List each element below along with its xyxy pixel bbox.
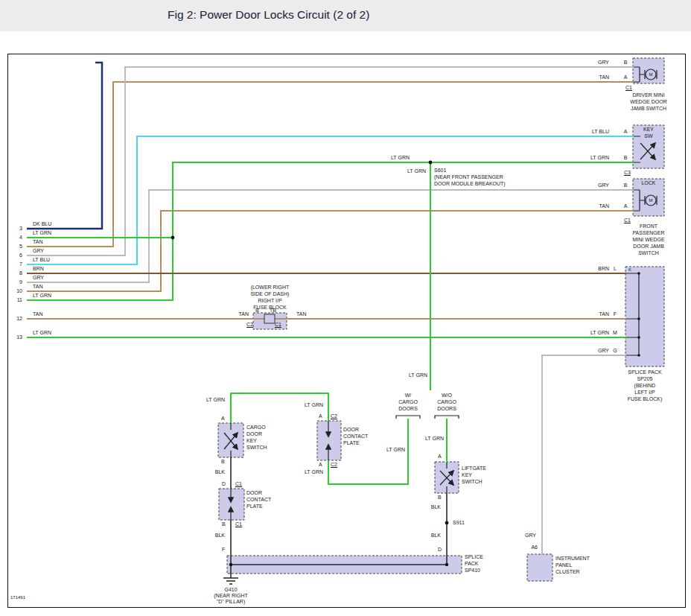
wire-label: LT GRN	[375, 447, 405, 452]
wire-label: LT GRN	[579, 155, 609, 160]
door-contact-plate-lower-box	[219, 489, 244, 520]
pin-label: B	[222, 521, 226, 527]
s601-splice-dot	[429, 161, 433, 165]
wire-number: 3	[7, 226, 22, 231]
component-caption: SP205	[622, 376, 667, 381]
splice-name: S601	[434, 168, 446, 173]
component-caption: WEDGE DOOR	[625, 99, 672, 104]
wire-label: BRN	[33, 266, 44, 271]
pin-label: A	[319, 462, 322, 467]
sp205-junction-dot	[637, 272, 640, 275]
sp205-junction-dot	[637, 354, 640, 357]
splice-pack-sp205-box	[625, 267, 664, 366]
wire-label: BLK	[210, 533, 225, 538]
ground-caption: G410	[208, 587, 253, 592]
pin-label: L	[611, 266, 620, 271]
component-caption: RIGHT I/P	[238, 298, 302, 303]
wire-label: BRN	[579, 266, 609, 271]
pin-label: A	[319, 413, 322, 419]
motor-m-label: M	[647, 198, 655, 203]
wire-number: 4	[7, 235, 22, 240]
wire-label: LT BLU	[579, 129, 609, 134]
option-label: DOORS	[432, 406, 462, 411]
option-label: W/	[393, 393, 423, 398]
pin-label: A	[621, 129, 630, 134]
wire-label: LT GRN	[295, 469, 323, 474]
pin-label: A	[438, 454, 442, 459]
connector-label: C1	[275, 322, 281, 327]
component-caption: PASSENGER	[625, 230, 672, 235]
wire-label: GRY	[579, 182, 609, 188]
wiring-canvas	[0, 0, 691, 616]
component-caption: PLATE	[343, 440, 360, 445]
wire-gry-cluster	[542, 355, 626, 555]
pin-label: A	[621, 74, 630, 80]
wire-label: BLK	[210, 469, 225, 474]
wire-label: TAN	[33, 239, 42, 244]
component-caption: FRONT	[625, 223, 672, 229]
component-caption: SIDE OF DASH)	[238, 291, 302, 296]
component-caption: DOOR JAMB	[625, 244, 672, 249]
wire-label: GRY	[33, 275, 44, 280]
component-caption: SWITCH	[462, 479, 483, 484]
door-contact-plate-upper-box	[317, 421, 341, 460]
component-caption: KEY	[462, 472, 472, 477]
connector-label: C3	[624, 170, 631, 175]
splice-name: S911	[453, 520, 465, 525]
lt-grn-tee-dot	[171, 236, 175, 240]
wire-number: 8	[7, 270, 22, 276]
pin-label: A6	[521, 544, 538, 550]
component-name: SW	[633, 133, 664, 139]
component-caption: PLATE	[246, 504, 263, 509]
wire-label: DK BLU	[33, 221, 51, 226]
component-caption: CONTACT	[246, 497, 271, 502]
fuse-block-breaker-icon	[264, 314, 275, 323]
wire-label: TAN	[579, 203, 609, 209]
pin-label: B	[621, 155, 630, 160]
pin-label: D	[222, 481, 226, 486]
wire-label: BLK	[426, 504, 441, 509]
connector-label: C1	[625, 85, 632, 90]
pin-label: B	[621, 60, 630, 65]
splice-location: DOOR MODULE BREAKOUT)	[434, 181, 506, 186]
pin-label: D	[438, 547, 442, 552]
wire-label: LT BLU	[33, 257, 50, 262]
wire-label: TAN	[296, 311, 306, 317]
wire-number: 11	[7, 297, 22, 302]
wire-label: BLK	[426, 533, 441, 538]
pin-label: B	[438, 495, 442, 500]
component-caption: CLUSTER	[555, 569, 580, 574]
wire-gry-driver-jamb	[27, 67, 634, 255]
component-caption: MINI WEDGE	[625, 237, 672, 242]
pin-label: TB	[270, 308, 276, 313]
option-label: DOORS	[393, 406, 423, 411]
ground-caption: "D" PILLAR)	[208, 599, 253, 604]
pin-label: B	[221, 459, 225, 464]
wire-tan-lock	[27, 211, 634, 291]
component-caption: LIFTGATE	[462, 466, 486, 471]
splice-location: (NEAR FRONT PASSENGER	[434, 174, 503, 180]
wire-number: 10	[7, 288, 22, 293]
wire-label: LT GRN	[295, 402, 323, 407]
pin-label: B	[621, 182, 630, 188]
wire-label: LT GRN	[33, 293, 51, 298]
component-caption: (LOWER RIGHT	[238, 285, 302, 290]
wire-label: LT GRN	[398, 372, 427, 378]
connector-label: C1	[235, 521, 242, 527]
component-caption: DOOR	[246, 431, 262, 436]
component-caption: SWITCH	[246, 445, 267, 450]
pin-label: G	[611, 348, 620, 353]
wire-label: LT GRN	[579, 330, 609, 335]
component-caption: (BEHIND	[622, 383, 667, 388]
ground-symbol	[223, 578, 238, 584]
component-caption: PACK	[465, 561, 479, 566]
component-caption: SP410	[465, 568, 480, 573]
component-caption: JAMB SWITCH	[625, 106, 672, 111]
component-caption: CARGO	[246, 425, 266, 430]
pin-label: A	[621, 203, 630, 209]
component-name: LOCK	[633, 180, 664, 185]
component-caption: SPLICE	[465, 554, 483, 559]
component-caption: LEFT I/P	[622, 390, 667, 395]
wire-label: TAN	[33, 311, 42, 317]
sp205-junction-dot	[637, 336, 640, 339]
